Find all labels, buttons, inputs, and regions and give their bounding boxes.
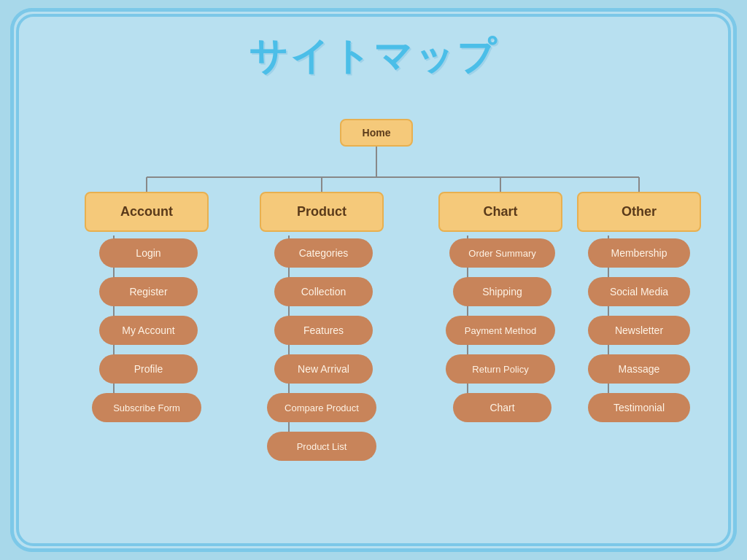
massage-node[interactable]: Massage [588, 354, 690, 384]
compareproduct-node[interactable]: Compare Product [267, 393, 376, 422]
page-title: サイトマップ [249, 31, 498, 82]
subscribeform-node[interactable]: Subscribe Form [92, 393, 201, 422]
chart-category-node[interactable]: Chart [438, 192, 562, 232]
ordersummary-node[interactable]: Order Summary [449, 238, 555, 268]
other-node[interactable]: Other [577, 192, 701, 232]
product-node[interactable]: Product [260, 192, 384, 232]
chart-sub-node[interactable]: Chart [453, 393, 551, 422]
account-node[interactable]: Account [85, 192, 209, 232]
login-node[interactable]: Login [99, 238, 198, 268]
outer-frame: サイトマップ [16, 14, 731, 546]
membership-node[interactable]: Membership [588, 238, 690, 268]
socialmedia-node[interactable]: Social Media [588, 277, 690, 306]
categories-node[interactable]: Categories [274, 238, 373, 268]
collection-node[interactable]: Collection [274, 277, 373, 306]
testimonial-node[interactable]: Testimonial [588, 393, 690, 422]
newarrival-node[interactable]: New Arrival [274, 354, 373, 384]
sitemap-container: Home Account Product Chart Other Login R… [19, 97, 728, 543]
myaccount-node[interactable]: My Account [99, 316, 198, 345]
shipping-node[interactable]: Shipping [453, 277, 551, 306]
paymentmethod-node[interactable]: Payment Method [446, 316, 555, 345]
profile-node[interactable]: Profile [99, 354, 198, 384]
home-node[interactable]: Home [340, 119, 413, 147]
register-node[interactable]: Register [99, 277, 198, 306]
productlist-node[interactable]: Product List [267, 432, 376, 461]
features-node[interactable]: Features [274, 316, 373, 345]
returnpolicy-node[interactable]: Return Policy [446, 354, 555, 384]
newsletter-node[interactable]: Newsletter [588, 316, 690, 345]
